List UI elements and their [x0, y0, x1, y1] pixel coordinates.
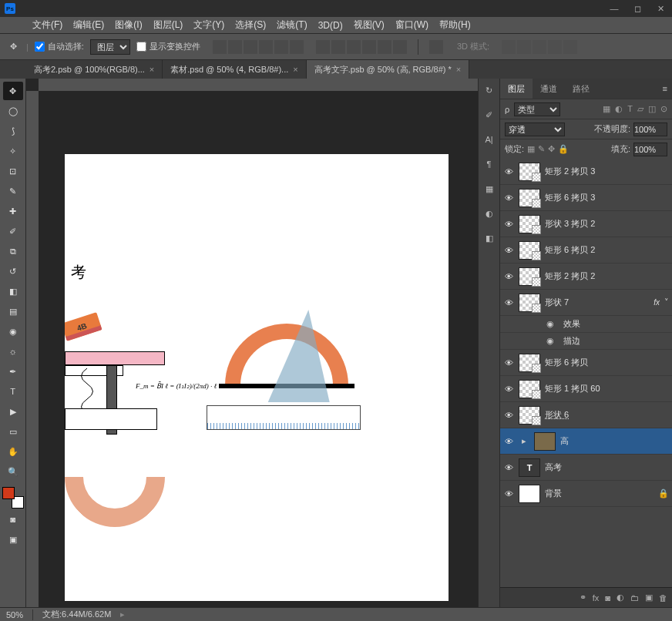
styles-icon[interactable]: ◐ — [482, 206, 496, 220]
filter-pixel-icon[interactable]: ▦ — [603, 104, 610, 114]
layer-filter-select[interactable]: 类型 — [514, 102, 560, 116]
screenmode-tool[interactable]: ▣ — [3, 530, 23, 549]
layer-row[interactable]: 👁背景🔒 — [500, 481, 672, 507]
history-brush-tool[interactable]: ↺ — [3, 262, 23, 280]
layer-row[interactable]: 👁矩形 6 拷贝 3 — [500, 185, 672, 211]
align-btn[interactable] — [274, 40, 288, 54]
dist-btn[interactable] — [347, 40, 361, 54]
show-transform-check[interactable]: 显示变换控件 — [136, 41, 200, 52]
lock-position-icon[interactable]: ✥ — [548, 144, 555, 154]
menu-edit[interactable]: 编辑(E) — [69, 17, 109, 33]
fg-color[interactable] — [2, 487, 15, 499]
layer-row[interactable]: 👁矩形 2 拷贝 3 — [500, 159, 672, 185]
zoom-level[interactable]: 50% — [6, 610, 23, 619]
dist-btn[interactable] — [331, 40, 345, 54]
chevron-right-icon[interactable]: ▸ — [120, 609, 125, 619]
opacity-input[interactable] — [633, 123, 667, 136]
visibility-eye-icon[interactable]: 👁 — [503, 246, 514, 255]
tab-doc-0[interactable]: 高考2.psb @ 100%(RGB/8)...× — [26, 60, 163, 79]
maximize-button[interactable]: ◻ — [626, 0, 649, 17]
visibility-eye-icon[interactable]: 👁 — [503, 384, 514, 394]
autoselect-target-select[interactable]: 图层 — [90, 39, 130, 55]
dist-btn[interactable] — [316, 40, 330, 54]
menu-layer[interactable]: 图层(L) — [149, 17, 188, 33]
show-transform-checkbox[interactable] — [136, 42, 146, 52]
stamp-tool[interactable]: ⧉ — [3, 242, 23, 260]
zoom-tool[interactable]: 🔍 — [3, 462, 23, 481]
menu-select[interactable]: 选择(S) — [230, 17, 270, 33]
layer-row[interactable]: 👁矩形 2 拷贝 2 — [500, 264, 672, 290]
lock-transparent-icon[interactable]: ▦ — [527, 144, 535, 154]
menu-file[interactable]: 文件(F) — [28, 17, 67, 33]
visibility-eye-icon[interactable]: 👁 — [503, 437, 514, 446]
close-icon[interactable]: × — [293, 65, 297, 74]
close-window-button[interactable]: ✕ — [649, 0, 672, 17]
filter-smart-icon[interactable]: ◫ — [648, 104, 656, 114]
layer-row[interactable]: 👁形状 6 — [500, 402, 672, 428]
mask-icon[interactable]: ◙ — [605, 593, 610, 603]
shape-tool[interactable]: ▭ — [3, 422, 23, 441]
close-icon[interactable]: × — [150, 65, 154, 74]
align-btn[interactable] — [244, 40, 257, 54]
blend-mode-select[interactable]: 穿透 — [505, 123, 565, 136]
quickmask-tool[interactable]: ◙ — [3, 510, 23, 529]
marquee-tool[interactable]: ◯ — [3, 102, 23, 120]
align-btn[interactable] — [228, 40, 242, 54]
layer-row[interactable]: ◉描边 — [500, 333, 672, 350]
tab-layers[interactable]: 图层 — [500, 79, 533, 99]
link-layers-icon[interactable]: ⚭ — [580, 592, 586, 603]
panel-menu-icon[interactable]: ≡ — [658, 84, 672, 93]
visibility-eye-icon[interactable]: 👁 — [503, 272, 514, 281]
type-tool[interactable]: T — [3, 382, 23, 401]
wand-tool[interactable]: ✧ — [3, 142, 23, 160]
filter-adjust-icon[interactable]: ◐ — [615, 104, 623, 114]
dist-btn[interactable] — [378, 40, 391, 54]
layer-row[interactable]: 👁形状 3 拷贝 2 — [500, 211, 672, 237]
char-panel-icon[interactable]: A| — [482, 133, 496, 146]
hand-tool[interactable]: ✋ — [3, 442, 23, 461]
fill-input[interactable] — [633, 143, 667, 156]
tab-channels[interactable]: 通道 — [533, 79, 565, 99]
filter-type-icon[interactable]: T — [627, 104, 633, 114]
menu-window[interactable]: 窗口(W) — [391, 17, 433, 33]
dodge-tool[interactable]: ☼ — [3, 342, 23, 361]
dist-btn[interactable] — [393, 40, 407, 54]
brush-panel-icon[interactable]: ✐ — [482, 108, 496, 122]
document-canvas[interactable]: 考 4B F_m = B̄I ℓ = (I₁I₂)/(2πd) · ℓ — [65, 154, 449, 601]
visibility-eye-icon[interactable]: 👁 — [503, 411, 514, 420]
crop-tool[interactable]: ⊡ — [3, 162, 23, 180]
menu-help[interactable]: 帮助(H) — [435, 17, 475, 33]
history-icon[interactable]: ↻ — [482, 83, 496, 97]
filter-shape-icon[interactable]: ▱ — [637, 104, 643, 114]
fx-badge[interactable]: fx — [654, 298, 660, 307]
layer-row[interactable]: 👁▸高 — [500, 428, 672, 455]
visibility-eye-icon[interactable]: 👁 — [503, 358, 514, 368]
lasso-tool[interactable]: ⟆ — [3, 122, 23, 140]
visibility-eye-icon[interactable]: 👁 — [503, 193, 514, 203]
visibility-eye-icon[interactable]: 👁 — [503, 298, 514, 307]
adjustment-icon[interactable]: ◐ — [617, 592, 624, 603]
eyedropper-tool[interactable]: ✎ — [3, 182, 23, 200]
canvas-area[interactable]: 考 4B F_m = B̄I ℓ = (I₁I₂)/(2πd) · ℓ — [26, 79, 478, 607]
layer-row[interactable]: 👁矩形 6 拷贝 2 — [500, 237, 672, 264]
tab-doc-1[interactable]: 素材.psd @ 50% (4, RGB/8#)...× — [163, 60, 306, 79]
align-btn[interactable] — [259, 40, 273, 54]
group-icon[interactable]: 🗀 — [630, 593, 639, 603]
para-panel-icon[interactable]: ¶ — [482, 157, 496, 171]
path-select-tool[interactable]: ▶ — [3, 402, 23, 421]
chevron-down-icon[interactable]: ˅ — [664, 297, 669, 307]
swatches-icon[interactable]: ▦ — [482, 182, 496, 196]
pen-tool[interactable]: ✒ — [3, 362, 23, 381]
visibility-eye-icon[interactable]: 👁 — [503, 167, 514, 176]
layer-row[interactable]: 👁矩形 6 拷贝 — [500, 350, 672, 376]
move-tool[interactable]: ✥ — [3, 82, 23, 100]
layer-row[interactable]: 👁矩形 1 拷贝 60 — [500, 376, 672, 402]
lock-pixels-icon[interactable]: ✎ — [538, 144, 545, 154]
menu-filter[interactable]: 滤镜(T) — [272, 17, 311, 33]
brush-tool[interactable]: ✐ — [3, 222, 23, 240]
align-btn[interactable] — [213, 40, 227, 54]
eraser-tool[interactable]: ◧ — [3, 282, 23, 300]
close-icon[interactable]: × — [456, 65, 461, 74]
layer-row[interactable]: 👁T高考 — [500, 455, 672, 481]
gradient-tool[interactable]: ▤ — [3, 302, 23, 321]
